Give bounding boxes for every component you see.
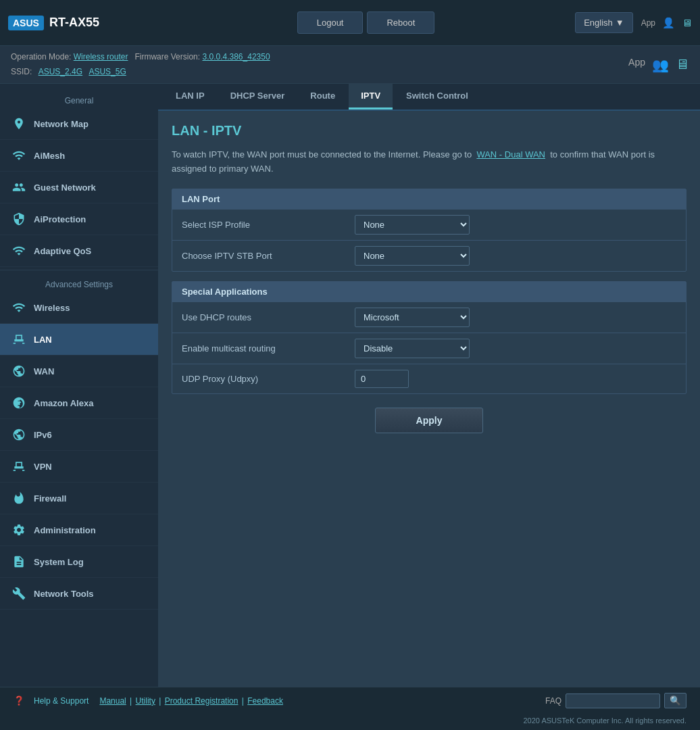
isp-profile-label: Select ISP Profile xyxy=(172,212,348,237)
copyright: 2020 ASUSTeK Computer Inc. All rights re… xyxy=(0,714,700,730)
tab-route[interactable]: Route xyxy=(298,84,347,110)
dhcp-routes-control: Microsoft No Yes xyxy=(348,302,686,333)
stb-port-select[interactable]: None LAN1 LAN2 LAN3 LAN4 xyxy=(355,246,470,266)
user-icon[interactable]: 👤 xyxy=(662,17,675,29)
page-content: LAN - IPTV To watch IPTV, the WAN port m… xyxy=(158,111,700,687)
sidebar-item-label-administration: Administration xyxy=(34,525,96,535)
special-apps-section: Special Applications Use DHCP routes Mic… xyxy=(172,281,686,394)
sidebar-item-amazon-alexa[interactable]: Amazon Alexa xyxy=(0,387,158,419)
dhcp-routes-select[interactable]: Microsoft No Yes xyxy=(355,308,470,327)
screen-icon[interactable]: 🖥 xyxy=(676,57,689,73)
wan-dual-wan-link[interactable]: WAN - Dual WAN xyxy=(476,149,545,160)
sidebar-item-lan[interactable]: LAN xyxy=(0,324,158,356)
isp-profile-select[interactable]: None Custom Russia Rostelecom Russia Oth… xyxy=(355,215,470,235)
sidebar-item-label-aiprotection: AiProtection xyxy=(34,214,86,224)
apply-button[interactable]: Apply xyxy=(375,408,484,433)
main-layout: General Network Map AiMesh Guest Network… xyxy=(0,84,700,687)
network-tools-icon xyxy=(11,585,27,602)
top-bar: ASUS RT-AX55 Logout Reboot English ▼ App… xyxy=(0,0,700,46)
page-title: LAN - IPTV xyxy=(172,123,686,139)
language-selector[interactable]: English ▼ xyxy=(575,12,633,33)
help-icon: ❓ xyxy=(14,696,24,706)
sidebar-item-aimesh[interactable]: AiMesh xyxy=(0,140,158,172)
sidebar-divider xyxy=(0,270,158,270)
sidebar: General Network Map AiMesh Guest Network… xyxy=(0,84,158,687)
product-registration-link[interactable]: Product Registration xyxy=(165,696,239,706)
udp-proxy-label: UDP Proxy (Udpxy) xyxy=(172,366,348,391)
app-label: App xyxy=(641,18,655,28)
sidebar-item-label-network-tools: Network Tools xyxy=(34,589,94,599)
firmware-value[interactable]: 3.0.0.4.386_42350 xyxy=(202,52,270,62)
amazon-alexa-icon xyxy=(11,395,27,411)
sidebar-item-system-log[interactable]: System Log xyxy=(0,546,158,578)
udp-proxy-control xyxy=(348,364,686,393)
asus-logo: ASUS xyxy=(8,16,44,30)
sidebar-item-adaptive-qos[interactable]: Adaptive QoS xyxy=(0,235,158,267)
aimesh-icon xyxy=(11,147,27,164)
sidebar-item-aiprotection[interactable]: AiProtection xyxy=(0,203,158,235)
top-buttons: Logout Reboot xyxy=(157,11,575,34)
lan-icon xyxy=(11,331,27,347)
guest-network-icon xyxy=(11,179,27,195)
apply-btn-row: Apply xyxy=(172,408,686,433)
operation-mode-label: Operation Mode: xyxy=(11,52,71,62)
sidebar-item-label-lan: LAN xyxy=(34,335,52,345)
page-description: To watch IPTV, the WAN port must be conn… xyxy=(172,148,686,176)
sidebar-item-ipv6[interactable]: IPv6 xyxy=(0,419,158,451)
sidebar-item-label-wireless: Wireless xyxy=(34,303,70,313)
footer-faq: FAQ 🔍 xyxy=(545,693,686,708)
faq-label: FAQ xyxy=(545,696,561,706)
sidebar-item-label-guest-network: Guest Network xyxy=(34,182,96,193)
sidebar-item-label-ipv6: IPv6 xyxy=(34,430,52,440)
ipv6-icon xyxy=(11,427,27,443)
sidebar-item-firewall[interactable]: Firewall xyxy=(0,483,158,514)
tab-lan-ip[interactable]: LAN IP xyxy=(164,84,217,110)
ssid-24-link[interactable]: ASUS_2.4G xyxy=(39,67,82,76)
utility-link[interactable]: Utility xyxy=(136,696,155,706)
lan-port-header: LAN Port xyxy=(172,189,686,209)
reboot-button[interactable]: Reboot xyxy=(367,11,434,34)
sidebar-item-wireless[interactable]: Wireless xyxy=(0,292,158,324)
sidebar-item-label-system-log: System Log xyxy=(34,557,84,567)
stb-port-row: Choose IPTV STB Port None LAN1 LAN2 LAN3… xyxy=(172,240,686,271)
tab-iptv[interactable]: IPTV xyxy=(349,84,393,110)
lan-port-section: LAN Port Select ISP Profile None Custom … xyxy=(172,189,686,272)
multicast-row: Enable multicast routing Disable Enable xyxy=(172,333,686,364)
operation-mode-value[interactable]: Wireless router xyxy=(74,52,128,62)
sidebar-item-administration[interactable]: Administration xyxy=(0,514,158,546)
users-icon[interactable]: 👥 xyxy=(652,57,669,73)
udp-proxy-row: UDP Proxy (Udpxy) xyxy=(172,364,686,393)
language-label: English xyxy=(584,18,613,28)
network-map-icon xyxy=(11,116,27,132)
faq-search-input[interactable] xyxy=(566,694,660,708)
sidebar-item-guest-network[interactable]: Guest Network xyxy=(0,172,158,203)
monitor-icon[interactable]: 🖥 xyxy=(682,17,692,28)
administration-icon xyxy=(11,522,27,538)
firewall-icon xyxy=(11,490,27,506)
ssid-5-link[interactable]: ASUS_5G xyxy=(89,67,126,76)
multicast-label: Enable multicast routing xyxy=(172,336,348,361)
app-icon[interactable]: App xyxy=(628,57,645,73)
feedback-link[interactable]: Feedback xyxy=(247,696,283,706)
tab-switch-control[interactable]: Switch Control xyxy=(394,84,480,110)
advanced-section-label: Advanced Settings xyxy=(0,273,158,292)
sidebar-item-label-amazon-alexa: Amazon Alexa xyxy=(34,398,93,408)
multicast-select[interactable]: Disable Enable xyxy=(355,339,470,358)
manual-link[interactable]: Manual xyxy=(99,696,126,706)
faq-search-button[interactable]: 🔍 xyxy=(664,693,686,708)
sidebar-item-network-tools[interactable]: Network Tools xyxy=(0,578,158,610)
ssid-label: SSID: xyxy=(11,67,32,76)
info-bar-left: Operation Mode: Wireless router Firmware… xyxy=(11,50,270,79)
sidebar-item-network-map[interactable]: Network Map xyxy=(0,108,158,140)
sidebar-item-vpn[interactable]: VPN xyxy=(0,451,158,483)
multicast-control: Disable Enable xyxy=(348,333,686,364)
sidebar-item-wan[interactable]: WAN xyxy=(0,356,158,387)
chevron-down-icon: ▼ xyxy=(616,18,624,28)
udp-proxy-input[interactable] xyxy=(355,370,409,388)
logout-button[interactable]: Logout xyxy=(297,11,364,34)
isp-profile-row: Select ISP Profile None Custom Russia Ro… xyxy=(172,209,686,240)
general-section-label: General xyxy=(0,89,158,108)
system-log-icon xyxy=(11,554,27,570)
isp-profile-control: None Custom Russia Rostelecom Russia Oth… xyxy=(348,210,686,240)
tab-dhcp-server[interactable]: DHCP Server xyxy=(218,84,297,110)
